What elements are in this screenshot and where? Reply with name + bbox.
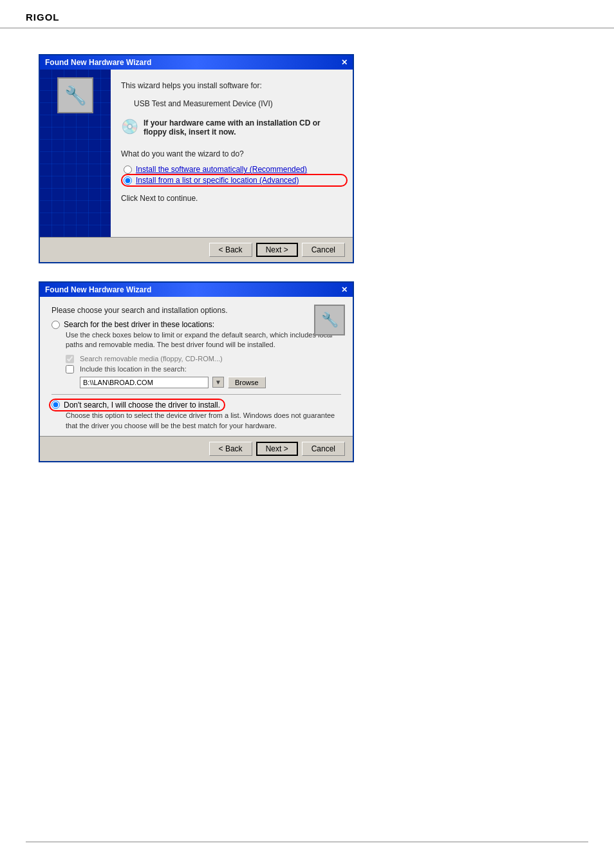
dialog1-body: 🔧 This wizard helps you install software…: [40, 70, 353, 237]
dialog2-cancel-button[interactable]: Cancel: [302, 442, 345, 456]
dialog1-option-auto[interactable]: Install the software automatically (Reco…: [124, 165, 342, 174]
dialog2-titlebar: Found New Hardware Wizard ✕: [40, 283, 353, 297]
dialog2: Found New Hardware Wizard ✕ 🔧 Please cho…: [39, 281, 354, 462]
dialog2-back-button[interactable]: < Back: [209, 442, 252, 456]
wizard-image-panel: 🔧: [40, 70, 111, 237]
dialog1-cancel-button[interactable]: Cancel: [302, 243, 345, 257]
cd-icon: 💿: [121, 118, 138, 135]
dialog2-footer: < Back Next > Cancel: [40, 436, 353, 461]
browse-button[interactable]: Browse: [228, 377, 266, 388]
page-footer-line: [26, 842, 588, 842]
checkbox-location-text: Include this location in the search:: [80, 365, 187, 373]
location-input[interactable]: [80, 377, 209, 388]
dialog2-option-search[interactable]: Search for the best driver in these loca…: [51, 320, 341, 388]
radio-advanced-text[interactable]: Install from a list or specific location…: [136, 176, 299, 185]
radio-advanced-label[interactable]: Install from a list or specific location…: [136, 176, 299, 185]
dialog1-device: USB Test and Measurement Device (IVI): [134, 99, 342, 108]
dialog2-close-icon[interactable]: ✕: [341, 285, 348, 294]
radio-dont-search[interactable]: [51, 401, 60, 409]
radio-auto-text[interactable]: Install the software automatically (Reco…: [136, 165, 307, 174]
radio-search[interactable]: [51, 321, 60, 329]
dialog1-titlebar: Found New Hardware Wizard ✕: [40, 55, 353, 70]
page-header: RIGOL: [0, 0, 614, 28]
checkbox-removable[interactable]: [66, 355, 74, 363]
click-next-text: Click Next to continue.: [121, 194, 342, 203]
checkbox-location[interactable]: [66, 365, 74, 373]
cd-hint: 💿 If your hardware came with an installa…: [121, 118, 342, 137]
dialog1-intro: This wizard helps you install software f…: [121, 81, 342, 90]
radio-search-text: Search for the best driver in these loca…: [64, 320, 214, 329]
divider: [51, 394, 341, 395]
dialog1-close-icon[interactable]: ✕: [341, 58, 348, 67]
radio-auto[interactable]: [124, 165, 132, 174]
dialog1-back-button[interactable]: < Back: [209, 243, 252, 257]
dialog2-next-button[interactable]: Next >: [256, 442, 298, 456]
checkbox-removable-label[interactable]: Search removable media (floppy, CD-ROM..…: [66, 355, 341, 363]
dialog1-content: This wizard helps you install software f…: [111, 70, 353, 237]
page-content: Found New Hardware Wizard ✕ 🔧 This wizar…: [0, 28, 614, 506]
radio-auto-label[interactable]: Install the software automatically (Reco…: [136, 165, 307, 174]
wizard-icon-box: 🔧: [57, 77, 93, 113]
checkbox-removable-text: Search removable media (floppy, CD-ROM..…: [80, 355, 223, 363]
dropdown-arrow-icon[interactable]: ▼: [212, 377, 224, 388]
dialog2-title: Found New Hardware Wizard: [45, 285, 151, 294]
dialog1-next-button[interactable]: Next >: [256, 243, 298, 257]
radio-advanced[interactable]: [124, 176, 132, 185]
location-row: ▼ Browse: [80, 377, 341, 388]
wizard-icon: 🔧: [64, 85, 87, 106]
brand-logo: RIGOL: [26, 12, 60, 23]
radio-dont-search-text: Don't search, I will choose the driver t…: [64, 401, 220, 410]
dialog1-option-advanced[interactable]: Install from a list or specific location…: [124, 176, 342, 185]
search-sub-text: Use the check boxes below to limit or ex…: [66, 330, 341, 350]
dialog1-title: Found New Hardware Wizard: [45, 58, 151, 67]
cd-hint-text: If your hardware came with an installati…: [144, 118, 342, 137]
dialog2-radio-group: Search for the best driver in these loca…: [51, 320, 341, 431]
checkbox-location-label[interactable]: Include this location in the search:: [66, 365, 341, 373]
dont-search-info: Choose this option to select the device …: [66, 411, 341, 431]
radio-dont-search-label[interactable]: Don't search, I will choose the driver t…: [64, 401, 220, 410]
dialog2-sub-options: Use the check boxes below to limit or ex…: [66, 330, 341, 388]
dialog1-radio-group: Install the software automatically (Reco…: [124, 165, 342, 185]
dialog1-footer: < Back Next > Cancel: [40, 237, 353, 262]
dialog1: Found New Hardware Wizard ✕ 🔧 This wizar…: [39, 54, 354, 263]
dialog1-question: What do you want the wizard to do?: [121, 149, 342, 158]
radio-search-label[interactable]: Search for the best driver in these loca…: [64, 320, 214, 329]
dialog2-icon-symbol: 🔧: [321, 312, 339, 328]
dialog2-option-dont-search[interactable]: Don't search, I will choose the driver t…: [51, 401, 341, 431]
dialog2-section-title: Please choose your search and installati…: [51, 306, 341, 315]
dialog2-icon: 🔧: [314, 305, 345, 335]
dialog2-body: 🔧 Please choose your search and installa…: [40, 297, 353, 436]
